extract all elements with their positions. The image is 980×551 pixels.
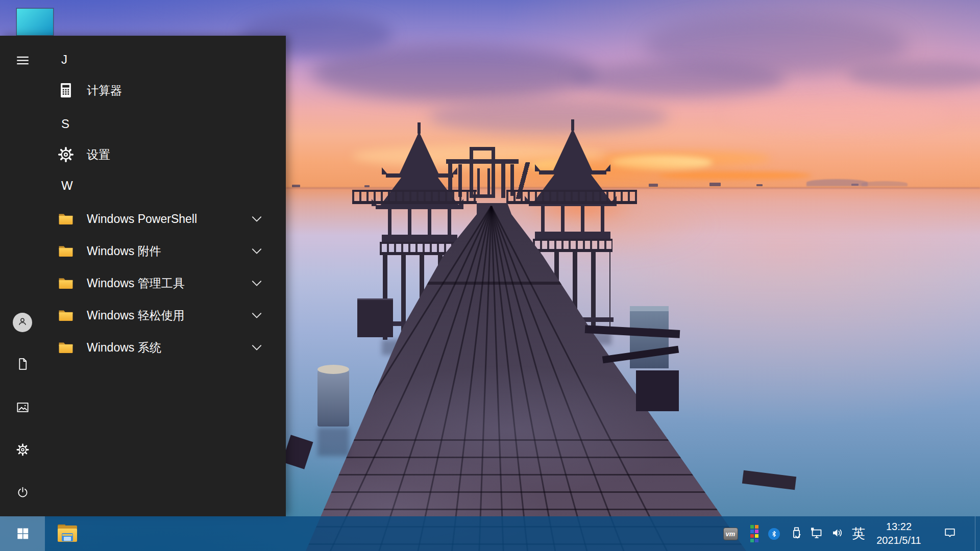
tray-bluetooth-button[interactable]: [764, 516, 783, 551]
pier-post-cylinder: [317, 369, 349, 427]
wallpaper-shape: [477, 168, 480, 198]
section-letter: S: [21, 117, 69, 131]
wallpaper-shape: [292, 185, 300, 187]
pier-railing-right: [506, 190, 637, 204]
wallpaper-shape: [376, 205, 463, 209]
color-grid-icon: [750, 525, 758, 542]
wallpaper-shape: [386, 173, 453, 178]
sidebar-item-power[interactable]: [10, 481, 35, 506]
tray-vmware-button[interactable]: vm: [721, 516, 740, 551]
wallpaper-shape: [649, 184, 658, 187]
action-center-icon: [943, 526, 957, 542]
taskbar: 英 13:22 2021/5/11 vm: [0, 516, 980, 551]
section-letter: J: [21, 53, 67, 67]
clock-time: 13:22: [869, 520, 929, 534]
start-menu-item-windows-system[interactable]: Windows 系统: [0, 331, 280, 363]
tray-network-button[interactable]: [806, 516, 826, 551]
folder-icon: [57, 337, 75, 358]
ime-language-indicator[interactable]: 英: [847, 516, 870, 551]
sidebar-item-pictures[interactable]: [10, 396, 35, 420]
calculator-icon: [57, 80, 75, 101]
vmware-label: vm: [726, 530, 736, 538]
taskbar-file-explorer-button[interactable]: [45, 516, 90, 551]
folder-icon: [57, 209, 75, 229]
show-desktop-button[interactable]: [975, 516, 980, 551]
vmware-icon: vm: [723, 528, 738, 540]
folder-icon: [57, 273, 75, 293]
wallpaper-shape: [364, 185, 370, 187]
chevron-down-icon[interactable]: [249, 340, 264, 355]
tray-usb-device-button[interactable]: [787, 516, 806, 551]
gear-icon: [16, 443, 30, 459]
chevron-down-icon[interactable]: [249, 308, 264, 323]
start-menu-item-windows-ease-of-access[interactable]: Windows 轻松使用: [0, 299, 280, 331]
wallpaper-shape: [317, 428, 349, 456]
wallpaper-shape: [539, 170, 606, 174]
wallpaper-shape: [725, 100, 949, 131]
network-icon: [810, 526, 823, 542]
power-icon: [16, 486, 30, 502]
start-menu-item-windows-accessories[interactable]: Windows 附件: [0, 235, 280, 267]
start-menu-item-settings[interactable]: 设置: [0, 138, 280, 170]
app-item-label: Windows 附件: [87, 243, 161, 259]
taskbar-clock[interactable]: 13:22 2021/5/11: [869, 520, 929, 547]
desktop-shortcut-icon[interactable]: [16, 8, 54, 36]
wallpaper-shape: [533, 239, 612, 252]
app-item-label: Windows PowerShell: [87, 212, 197, 226]
app-item-label: Windows 系统: [87, 339, 161, 355]
wallpaper-shape: [862, 181, 908, 186]
chevron-down-icon[interactable]: [249, 211, 264, 227]
pier-railing-left: [352, 190, 477, 204]
wallpaper-shape: [535, 232, 610, 239]
folder-icon: [57, 241, 75, 261]
app-item-label: 计算器: [87, 82, 122, 98]
app-item-label: 设置: [87, 146, 110, 162]
wallpaper-shape: [541, 206, 604, 233]
wallpaper-shape: [756, 184, 763, 186]
file-explorer-icon: [57, 524, 78, 543]
app-item-label: Windows 管理工具: [87, 275, 185, 291]
chevron-down-icon[interactable]: [249, 243, 264, 259]
wallpaper-shape: [429, 100, 669, 134]
usb-device-icon: [790, 526, 803, 542]
wallpaper-shape: [636, 370, 679, 411]
bluetooth-icon: [768, 528, 780, 540]
wallpaper-shape: [286, 187, 980, 189]
app-section-header-S[interactable]: S: [21, 111, 236, 137]
tray-color-grid-button[interactable]: [745, 516, 764, 551]
chevron-down-icon[interactable]: [249, 276, 264, 291]
tray-volume-button[interactable]: [827, 516, 847, 551]
pictures-icon: [16, 400, 30, 416]
pier-bollard: [357, 298, 393, 337]
volume-icon: [830, 526, 844, 542]
app-section-header-W[interactable]: W: [21, 173, 236, 198]
desktop: J计算器S设置WWindows PowerShellWindows 附件Wind…: [0, 0, 980, 551]
wallpaper-shape: [709, 183, 721, 186]
wallpaper-shape: [487, 168, 490, 198]
start-menu-item-calculator[interactable]: 计算器: [0, 74, 280, 106]
clock-date: 2021/5/11: [869, 534, 929, 547]
start-menu: J计算器S设置WWindows PowerShellWindows 附件Wind…: [0, 36, 286, 516]
folder-icon: [57, 305, 75, 325]
app-item-label: Windows 轻松使用: [87, 307, 185, 323]
wallpaper-shape: [806, 179, 868, 186]
start-menu-item-windows-admin-tools[interactable]: Windows 管理工具: [0, 267, 280, 299]
start-button[interactable]: [0, 516, 45, 551]
wallpaper-shape: [572, 61, 786, 97]
windows-logo-icon: [16, 526, 30, 541]
wallpaper-shape: [446, 159, 519, 164]
section-letter: W: [21, 179, 73, 193]
action-center-button[interactable]: [939, 516, 961, 551]
start-menu-item-windows-powershell[interactable]: Windows PowerShell: [0, 203, 280, 235]
app-section-header-J[interactable]: J: [21, 47, 236, 72]
gear-icon: [57, 144, 75, 165]
wallpaper-shape: [382, 235, 457, 242]
wallpaper-shape: [388, 209, 451, 236]
wallpaper-shape: [501, 162, 505, 198]
sidebar-item-settings[interactable]: [10, 438, 35, 463]
